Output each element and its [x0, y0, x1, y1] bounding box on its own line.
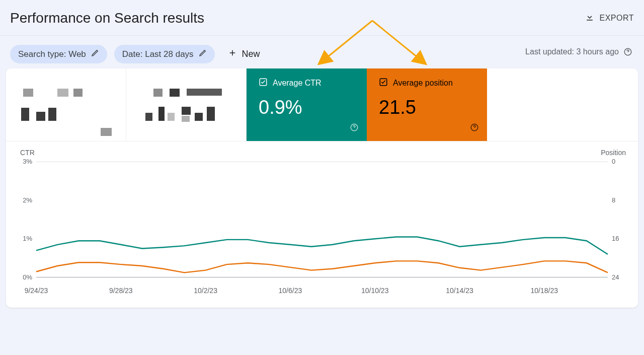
metric-tile-total-impressions-censored[interactable] — [126, 68, 247, 141]
x-tick: 10/18/23 — [531, 287, 558, 295]
help-icon[interactable] — [470, 123, 479, 134]
chart-area: CTR Position 3%2%1%0%081624 9/24/239/28/… — [6, 141, 638, 308]
new-filter-button[interactable]: New — [228, 48, 260, 60]
search-type-chip[interactable]: Search type: Web — [10, 45, 107, 63]
metric-tiles-row: Average CTR 0.9% Average position 21.5 — [6, 68, 638, 141]
x-tick: 10/14/23 — [446, 287, 473, 295]
x-tick: 10/6/23 — [279, 287, 302, 295]
search-type-label: Search type: Web — [18, 49, 86, 59]
metric-tile-average-position[interactable]: Average position 21.5 — [367, 68, 487, 141]
y-tick-left: 3% — [23, 158, 32, 165]
last-updated-value: Last updated: 3 hours ago — [525, 47, 619, 56]
x-tick: 9/24/23 — [25, 287, 48, 295]
x-axis: 9/24/239/28/2310/2/2310/6/2310/10/2310/1… — [36, 287, 608, 297]
metric-tile-average-ctr[interactable]: Average CTR 0.9% — [247, 68, 367, 141]
series-line — [36, 237, 608, 255]
help-icon[interactable] — [350, 123, 359, 134]
censored-content — [18, 78, 114, 135]
series-line — [36, 261, 608, 272]
download-icon — [585, 12, 595, 24]
y-tick-right: 24 — [612, 273, 619, 281]
chart-plot[interactable]: 3%2%1%0%081624 — [36, 162, 608, 277]
right-axis-label: Position — [601, 149, 626, 157]
performance-card: Average CTR 0.9% Average position 21.5 — [6, 68, 638, 308]
date-range-label: Date: Last 28 days — [122, 49, 194, 59]
page-title: Performance on Search results — [10, 10, 204, 26]
x-tick: 9/28/23 — [109, 287, 133, 295]
metric-tile-total-clicks-censored[interactable] — [6, 68, 126, 141]
new-label: New — [242, 49, 260, 59]
checkbox-icon — [259, 78, 268, 89]
tile-value: 21.5 — [379, 97, 475, 118]
y-tick-right: 0 — [612, 158, 615, 165]
x-tick: 10/10/23 — [361, 287, 389, 295]
censored-content — [138, 78, 234, 135]
help-icon[interactable] — [623, 47, 633, 57]
plus-icon — [228, 48, 237, 60]
export-button[interactable]: EXPORT — [585, 12, 634, 24]
y-tick-right: 8 — [612, 196, 615, 204]
date-range-chip[interactable]: Date: Last 28 days — [114, 45, 215, 63]
checkbox-icon — [379, 78, 388, 89]
pencil-icon — [199, 49, 207, 59]
tile-value: 0.9% — [259, 97, 355, 118]
x-tick: 10/2/23 — [194, 287, 217, 295]
tile-label: Average position — [393, 79, 453, 88]
y-tick-left: 2% — [23, 196, 32, 204]
y-tick-left: 1% — [23, 235, 32, 242]
export-label: EXPORT — [600, 14, 634, 23]
y-tick-right: 16 — [612, 235, 619, 242]
pencil-icon — [91, 49, 99, 59]
last-updated-text: Last updated: 3 hours ago — [525, 47, 633, 57]
tile-label: Average CTR — [273, 79, 321, 88]
left-axis-label: CTR — [20, 149, 35, 157]
y-tick-left: 0% — [23, 273, 32, 281]
